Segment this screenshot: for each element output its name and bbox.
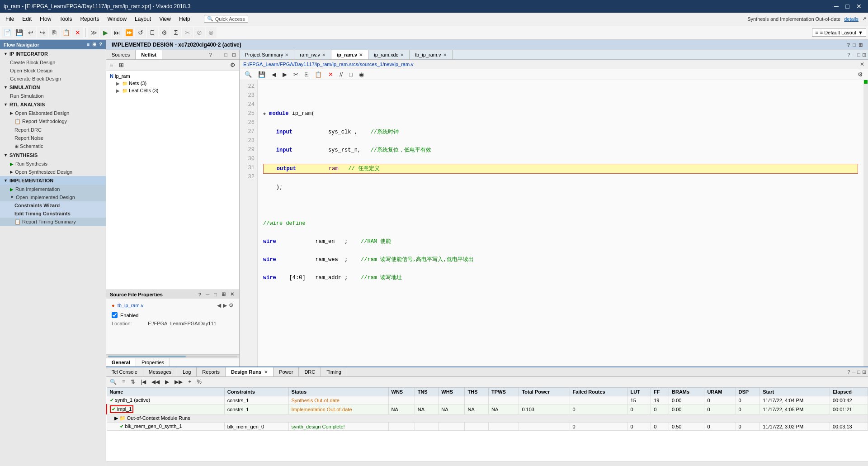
tab-tb-ip-ram[interactable]: tb_ip_ram.v ✕ [410, 50, 452, 59]
src-props-close-btn[interactable]: ✕ [229, 291, 236, 297]
nav-item-report-noise[interactable]: Report Noise [0, 134, 106, 142]
sources-minimize-btn[interactable]: ─ [215, 52, 222, 57]
src-props-help-btn[interactable]: ? [197, 292, 203, 297]
runs-back-btn[interactable]: ◀◀ [150, 378, 161, 386]
impl-float-btn[interactable]: ⊞ [859, 42, 863, 48]
bottom-horizontal-scrollbar[interactable] [106, 461, 868, 466]
table-row-synth1[interactable]: ✔ synth_1 (active) constrs_1 Synthesis O… [107, 396, 868, 404]
cut-btn[interactable]: ✂ [182, 27, 193, 38]
menu-help[interactable]: Help [175, 15, 194, 23]
menu-file[interactable]: File [2, 15, 18, 23]
bottom-help-btn[interactable]: ? [847, 369, 850, 375]
editor-help-btn[interactable]: ? [847, 52, 850, 57]
ed-save-btn[interactable]: 💾 [256, 70, 268, 79]
save-btn[interactable]: 💾 [14, 27, 24, 38]
nav-section-ip-integrator-title[interactable]: ▼ IP INTEGRATOR [0, 49, 106, 58]
nav-section-impl-title[interactable]: ▼ IMPLEMENTATION [0, 176, 106, 185]
impl-help-btn[interactable]: ? [847, 42, 850, 48]
runs-expand-btn[interactable]: ⇅ [129, 378, 137, 386]
step-over-btn[interactable]: ⏩ [123, 27, 134, 38]
runs-play-btn[interactable]: ▶ [163, 378, 171, 386]
table-row-ooc-group[interactable]: ▶ 📁 Out-of-Context Module Runs [107, 414, 868, 423]
close-btn[interactable]: ✕ [854, 3, 864, 10]
tab-ram-rw-close[interactable]: ✕ [322, 52, 326, 57]
sources-restore-btn[interactable]: □ [223, 52, 229, 57]
menu-edit[interactable]: Edit [19, 15, 35, 23]
nav-section-synthesis-title[interactable]: ▼ SYNTHESIS [0, 151, 106, 160]
ed-paste-btn[interactable]: 📋 [312, 70, 324, 79]
leaf-cells-expand-icon[interactable]: ▶ [116, 88, 121, 93]
nav-item-open-impl-design[interactable]: ▼ Open Implemented Design [0, 193, 106, 201]
minimize-btn[interactable]: ─ [831, 3, 841, 10]
menu-tools[interactable]: Tools [56, 15, 75, 23]
tab-netlist[interactable]: Netlist [136, 50, 162, 59]
bottom-rest-btn[interactable]: □ [857, 369, 860, 375]
runs-prev-btn[interactable]: |◀ [139, 378, 148, 386]
nav-icon-2[interactable]: ⊞ [92, 42, 96, 48]
ed-comment-btn[interactable]: // [337, 70, 345, 79]
sources-hierarchy-btn[interactable]: ⊞ [117, 61, 126, 69]
sources-maximize-btn[interactable]: ⊞ [231, 52, 237, 58]
editor-max-btn[interactable]: ⊞ [862, 52, 866, 58]
nav-item-report-methodology[interactable]: 📋 Report Methodology [0, 117, 106, 126]
table-row-impl1[interactable]: ✔ impl_1 constrs_1 Implementation Out-of… [107, 404, 868, 414]
details-link[interactable]: details [844, 16, 859, 22]
tree-leaf-cells-node[interactable]: ▶ 📁 Leaf Cells (3) [108, 87, 237, 94]
delete-btn[interactable]: ✕ [72, 27, 83, 38]
ooc-expand-icon[interactable]: ▶ [114, 415, 118, 421]
ed-copy-btn[interactable]: ⎘ [302, 70, 311, 79]
paste-btn[interactable]: 📋 [61, 27, 71, 38]
reset-btn[interactable]: ↺ [135, 27, 146, 38]
step-btn[interactable]: ⏭ [112, 27, 123, 38]
props-scrollbar[interactable] [106, 354, 239, 358]
nav-item-run-impl[interactable]: ▶ Run Implementation [0, 185, 106, 193]
menu-window[interactable]: Window [104, 15, 130, 23]
nav-icon-1[interactable]: ≡ [87, 42, 90, 48]
impl-expand-btn[interactable]: □ [853, 42, 856, 48]
run-all-btn[interactable]: ≫ [88, 27, 99, 38]
tab-project-summary-close[interactable]: ✕ [285, 52, 288, 57]
tab-drc[interactable]: DRC [299, 367, 321, 376]
nav-item-constraints-wizard[interactable]: Constraints Wizard [0, 201, 106, 209]
tab-sources[interactable]: Sources [106, 50, 136, 59]
sources-list-view-btn[interactable]: ≡ [108, 61, 115, 69]
copy-btn[interactable]: ⎘ [49, 27, 60, 38]
nets-expand-icon[interactable]: ▶ [116, 81, 121, 86]
nav-item-create-block-design[interactable]: Create Block Design [0, 58, 106, 67]
props-tab-general[interactable]: General [106, 358, 136, 366]
table-row-blk-synth1[interactable]: ✔ blk_mem_gen_0_synth_1 blk_mem_gen_0 sy… [107, 423, 868, 431]
tab-ip-ram-xdc[interactable]: ip_ram.xdc ✕ [368, 50, 410, 59]
nav-item-open-synth-design[interactable]: ▶ Open Synthesized Design [0, 168, 106, 176]
editor-scrollbar-right[interactable] [863, 80, 868, 366]
tab-reports[interactable]: Reports [197, 367, 226, 376]
nav-item-report-drc[interactable]: Report DRC [0, 126, 106, 134]
nav-section-simulation-title[interactable]: ▼ SIMULATION [0, 83, 106, 92]
tab-design-runs[interactable]: Design Runs ✕ [226, 367, 274, 376]
tab-ip-ram-xdc-close[interactable]: ✕ [400, 52, 404, 57]
nav-item-run-simulation[interactable]: Run Simulation [0, 92, 106, 100]
tree-nets-node[interactable]: ▶ 📁 Nets (3) [108, 80, 237, 87]
tab-ip-ram[interactable]: ip_ram.v ✕ [331, 50, 368, 59]
nav-item-generate-block-design[interactable]: Generate Block Design [0, 75, 106, 83]
props-prev-btn[interactable]: ◀ [217, 302, 221, 309]
tab-power[interactable]: Power [274, 367, 299, 376]
bottom-min-btn[interactable]: ─ [852, 369, 856, 375]
design-runs-tab-close[interactable]: ✕ [264, 370, 268, 375]
nav-item-report-timing[interactable]: 📋 Report Timing Summary [0, 218, 106, 226]
ed-search-btn[interactable]: 🔍 [242, 70, 254, 79]
tab-ip-ram-close[interactable]: ✕ [359, 52, 363, 57]
undo-btn[interactable]: ↩ [25, 27, 36, 38]
src-props-rest-btn[interactable]: □ [212, 292, 218, 297]
props-settings-btn[interactable]: ⚙ [229, 302, 234, 309]
quick-access-input[interactable]: 🔍 Quick Access [204, 15, 248, 23]
tab-log[interactable]: Log [177, 367, 197, 376]
menu-view[interactable]: View [156, 15, 175, 23]
nav-item-run-synthesis[interactable]: ▶ Run Synthesis [0, 160, 106, 168]
layout-dropdown[interactable]: ≡ ≡ Default Layout ▼ [812, 29, 866, 37]
nav-item-schematic[interactable]: ⊞ Schematic [0, 142, 106, 151]
restore-btn[interactable]: □ [843, 3, 852, 10]
nav-item-open-block-design[interactable]: Open Block Design [0, 67, 106, 75]
props-next-btn[interactable]: ▶ [223, 302, 227, 309]
runs-fwd-btn[interactable]: ▶▶ [173, 378, 184, 386]
ed-fwd-btn[interactable]: ▶ [280, 70, 289, 79]
